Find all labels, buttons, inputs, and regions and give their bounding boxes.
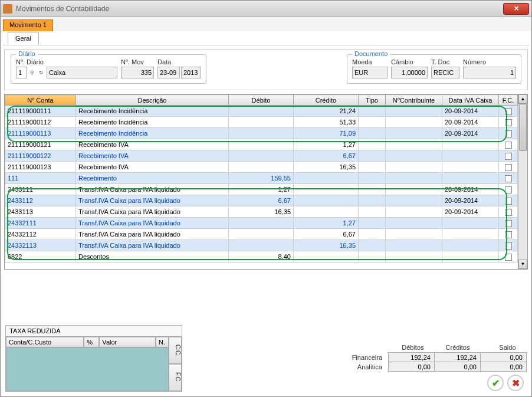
cell-ncontrib[interactable] [386,218,442,229]
cell-conta[interactable]: 211119000113 [5,128,76,139]
cell-tipo[interactable] [359,106,386,117]
cell-tipo[interactable] [359,206,386,218]
cell-conta[interactable]: 24332113 [5,240,76,251]
table-row[interactable]: 211119000123Recebimento IVA16,35 [5,162,527,173]
cell-conta[interactable]: 24332112 [5,229,76,240]
table-row[interactable]: 2433111Transf.IVA Caixa para IVA liquida… [5,184,527,195]
checkbox-icon[interactable] [505,198,512,205]
cell-dataiva[interactable]: 20-09-2014 [442,184,499,195]
cell-ncontrib[interactable] [386,184,442,195]
ok-button[interactable]: ✔ [487,375,504,391]
cell-desc[interactable]: Transf.IVA Caixa para IVA liquidado [76,240,229,251]
table-row[interactable]: 24332113Transf.IVA Caixa para IVA liquid… [5,240,527,251]
cell-cred[interactable] [294,173,359,184]
tab-movimento-1[interactable]: Movimento 1 [3,19,53,31]
table-row[interactable]: 111Recebimento159,55 [5,173,527,184]
cell-cred[interactable] [294,195,359,206]
cell-tipo[interactable] [359,229,386,240]
cell-ncontrib[interactable] [386,106,442,117]
cell-conta[interactable]: 211119000112 [5,117,76,128]
taxa-col-conta[interactable]: Conta/C.Custo [6,337,84,347]
cell-cred[interactable] [294,206,359,218]
cell-deb[interactable] [229,128,294,139]
cell-tipo[interactable] [359,162,386,173]
cell-desc[interactable]: Transf.IVA Caixa para IVA liquidado [76,184,229,195]
cell-deb[interactable] [229,139,294,150]
col-debito[interactable]: Débito [229,95,294,106]
table-row[interactable]: 211119000113Recebimento Incidência71,092… [5,128,527,139]
cell-cred[interactable]: 71,09 [294,128,359,139]
cell-tipo[interactable] [359,173,386,184]
cell-ncontrib[interactable] [386,206,442,218]
cell-fc[interactable] [499,150,518,162]
checkbox-icon[interactable] [505,108,512,115]
cell-cred[interactable]: 16,35 [294,162,359,173]
taxa-tab-fc[interactable]: F.C. [169,364,182,391]
cell-desc[interactable]: Transf.IVA Caixa para IVA liquidado [76,229,229,240]
cell-dataiva[interactable]: 20-09-2014 [442,106,499,117]
cell-conta[interactable]: 24332111 [5,218,76,229]
cell-desc[interactable]: Recebimento IVA [76,162,229,173]
cell-ncontrib[interactable] [386,251,442,263]
cell-dataiva[interactable]: 20-09-2014 [442,195,499,206]
cell-tipo[interactable] [359,117,386,128]
cell-cred[interactable]: 1,27 [294,139,359,150]
col-nconta[interactable]: Nº Conta [5,95,76,106]
cell-desc[interactable]: Transf.IVA Caixa para IVA liquidado [76,206,229,218]
checkbox-icon[interactable] [505,153,512,160]
cell-desc[interactable]: Recebimento Incidência [76,106,229,117]
cell-ncontrib[interactable] [386,150,442,162]
cell-ncontrib[interactable] [386,128,442,139]
cancel-button[interactable]: ✖ [507,375,524,391]
cell-fc[interactable] [499,251,518,263]
cell-deb[interactable] [229,229,294,240]
cell-tipo[interactable] [359,240,386,251]
table-row[interactable]: 211119000112Recebimento Incidência51,332… [5,117,527,128]
col-tipo[interactable]: Tipo [359,95,386,106]
cell-desc[interactable]: Recebimento Incidência [76,117,229,128]
table-row[interactable]: 6822Descontos8,40 [5,251,527,263]
movements-grid[interactable]: Nº Conta Descrição Débito Crédito Tipo N… [5,94,527,263]
taxa-col-n[interactable]: N. [156,337,169,347]
cell-deb[interactable]: 8,40 [229,251,294,263]
cell-ncontrib[interactable] [386,195,442,206]
grid-vscrollbar[interactable]: ▲ ▼ [518,94,527,269]
cell-fc[interactable] [499,139,518,150]
cell-conta[interactable]: 211119000111 [5,106,76,117]
cell-dataiva[interactable] [442,218,499,229]
cell-dataiva[interactable] [442,251,499,263]
cell-ncontrib[interactable] [386,117,442,128]
cell-deb[interactable] [229,106,294,117]
cell-desc[interactable]: Recebimento IVA [76,139,229,150]
cell-deb[interactable] [229,162,294,173]
cell-cred[interactable]: 16,35 [294,240,359,251]
cell-dataiva[interactable]: 20-09-2014 [442,128,499,139]
tab-geral[interactable]: Geral [8,32,39,45]
cell-dataiva[interactable] [442,150,499,162]
cell-dataiva[interactable] [442,173,499,184]
cell-deb[interactable] [229,240,294,251]
col-fc[interactable]: F.C. [499,95,518,106]
scroll-track[interactable] [518,104,527,260]
checkbox-icon[interactable] [505,209,512,216]
col-descricao[interactable]: Descrição [76,95,229,106]
cell-deb[interactable] [229,150,294,162]
cell-desc[interactable]: Recebimento IVA [76,150,229,162]
cell-dataiva[interactable] [442,240,499,251]
checkbox-icon[interactable] [505,254,512,261]
cell-dataiva[interactable] [442,162,499,173]
scroll-down-icon[interactable]: ▼ [518,260,527,269]
checkbox-icon[interactable] [505,175,512,182]
taxa-col-pct[interactable]: % [84,337,99,347]
scroll-thumb[interactable] [519,104,527,151]
cell-tipo[interactable] [359,150,386,162]
taxa-tab-cc[interactable]: C.C. [169,337,182,364]
cell-ncontrib[interactable] [386,229,442,240]
cell-conta[interactable]: 211119000123 [5,162,76,173]
cell-fc[interactable] [499,229,518,240]
cell-fc[interactable] [499,206,518,218]
cell-fc[interactable] [499,162,518,173]
cell-ncontrib[interactable] [386,162,442,173]
cell-cred[interactable]: 6,67 [294,150,359,162]
cell-cred[interactable] [294,184,359,195]
